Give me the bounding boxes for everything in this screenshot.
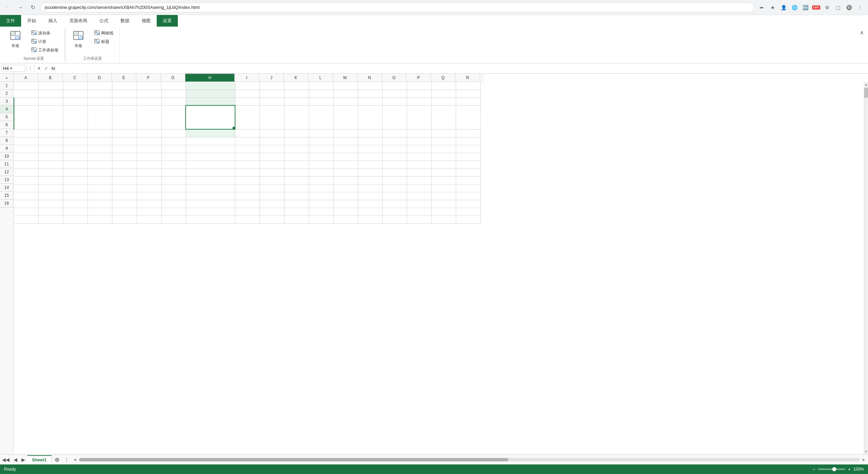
- col-header-E[interactable]: E: [112, 74, 136, 82]
- col-header-A[interactable]: A: [14, 74, 38, 82]
- tab-settings[interactable]: 设置: [157, 15, 178, 27]
- sheet-tab-btn[interactable]: 工作表标签: [29, 46, 61, 54]
- row-header-8[interactable]: 8: [0, 137, 14, 145]
- cell-I2[interactable]: [235, 90, 260, 98]
- cell-P4[interactable]: [407, 105, 431, 129]
- col-header-C[interactable]: C: [63, 74, 87, 82]
- refresh-button[interactable]: ↻: [28, 3, 37, 12]
- formula-input[interactable]: [57, 66, 867, 71]
- cell-O4[interactable]: [382, 105, 407, 129]
- cell-A6[interactable]: [14, 137, 38, 145]
- row-header-6[interactable]: 6: [0, 121, 14, 129]
- cell-F4[interactable]: [137, 105, 161, 129]
- cell-H4[interactable]: [186, 105, 235, 129]
- row-header-2[interactable]: 2: [0, 90, 14, 98]
- cell-J1[interactable]: [260, 82, 284, 90]
- cell-P3[interactable]: [407, 98, 431, 105]
- cell-A5[interactable]: [14, 129, 38, 137]
- cell-D3[interactable]: [88, 98, 112, 105]
- cell-K4[interactable]: [284, 105, 309, 129]
- tab-data[interactable]: 数据: [114, 15, 136, 27]
- cell-C2[interactable]: [63, 90, 88, 98]
- scrollbar-down-btn[interactable]: ▼: [864, 449, 868, 454]
- row-header-13[interactable]: 13: [0, 176, 14, 184]
- cell-C1[interactable]: [63, 82, 88, 90]
- sheet-nav-next[interactable]: ▶: [19, 457, 27, 462]
- cell-R4[interactable]: [456, 105, 480, 129]
- row-header-10[interactable]: 10: [0, 152, 14, 160]
- ext2-icon[interactable]: 🔤: [801, 3, 810, 12]
- col-header-N[interactable]: N: [357, 74, 382, 82]
- cell-C3[interactable]: [63, 98, 88, 105]
- col-header-J[interactable]: J: [259, 74, 284, 82]
- row-header-5[interactable]: 5: [0, 113, 14, 121]
- zoom-slider-thumb[interactable]: [832, 467, 836, 471]
- cell-H3[interactable]: [186, 98, 235, 105]
- cell-ref-dropdown[interactable]: ▼: [9, 66, 14, 70]
- cell-M3[interactable]: [333, 98, 358, 105]
- cell-B3[interactable]: [38, 98, 63, 105]
- col-header-P[interactable]: P: [406, 74, 431, 82]
- row-header-12[interactable]: 12: [0, 168, 14, 176]
- cell-ref-box[interactable]: H4 ▼: [1, 65, 25, 72]
- row-header-7[interactable]: 7: [0, 129, 14, 137]
- scrollbar-thumb[interactable]: [864, 88, 868, 98]
- address-bar[interactable]: [40, 3, 754, 12]
- col-header-K[interactable]: K: [284, 74, 308, 82]
- cell-O1[interactable]: [382, 82, 407, 90]
- cell-M2[interactable]: [333, 90, 358, 98]
- cell-O2[interactable]: [382, 90, 407, 98]
- row-header-4[interactable]: 4: [0, 105, 14, 113]
- cell-E2[interactable]: [112, 90, 137, 98]
- cell-F1[interactable]: [137, 82, 161, 90]
- cell-I3[interactable]: [235, 98, 260, 105]
- ribbon-collapse-btn[interactable]: ∧: [858, 28, 865, 62]
- ext1-icon[interactable]: 👤: [779, 3, 788, 12]
- row-header-3[interactable]: 3: [0, 98, 14, 105]
- confirm-formula-btn[interactable]: ✓: [43, 65, 49, 72]
- cell-B1[interactable]: [38, 82, 63, 90]
- cell-D1[interactable]: [88, 82, 112, 90]
- cell-Q1[interactable]: [431, 82, 456, 90]
- sheet-tab-sheet1[interactable]: Sheet1: [27, 455, 52, 464]
- row-header-15[interactable]: 15: [0, 192, 14, 199]
- cell-J4[interactable]: [260, 105, 284, 129]
- zoom-slider[interactable]: [818, 469, 845, 470]
- cell-N4[interactable]: [358, 105, 382, 129]
- col-header-R[interactable]: R: [455, 74, 480, 82]
- bookmark-icon[interactable]: ★: [768, 3, 777, 12]
- row-header-16[interactable]: 16: [0, 199, 14, 207]
- zoom-minus-btn[interactable]: −: [812, 466, 815, 472]
- translate-icon[interactable]: 🌐: [790, 3, 799, 12]
- tab-insert[interactable]: 插入: [42, 15, 63, 27]
- cell-L3[interactable]: [309, 98, 333, 105]
- tab-start[interactable]: 开始: [21, 15, 42, 27]
- corner-cell[interactable]: ▲: [0, 74, 14, 82]
- cell-P1[interactable]: [407, 82, 431, 90]
- cell-I1[interactable]: [235, 82, 260, 90]
- cell-R2[interactable]: [456, 90, 480, 98]
- spread-normal-btn[interactable]: 常规: [7, 29, 24, 50]
- cell-J3[interactable]: [260, 98, 284, 105]
- cell-G3[interactable]: [161, 98, 186, 105]
- cell-I4[interactable]: [235, 105, 260, 129]
- cell-D4[interactable]: [88, 105, 112, 129]
- sheet-options-btn[interactable]: ⋮: [62, 457, 71, 462]
- cell-K2[interactable]: [284, 90, 309, 98]
- profile-icon[interactable]: 🔘: [844, 3, 854, 12]
- cell-H1[interactable]: [186, 82, 235, 90]
- vertical-scrollbar[interactable]: ▲ ▼: [864, 82, 868, 454]
- col-header-G[interactable]: G: [161, 74, 185, 82]
- cell-J2[interactable]: [260, 90, 284, 98]
- cell-K1[interactable]: [284, 82, 309, 90]
- col-header-O[interactable]: O: [382, 74, 406, 82]
- cell-G1[interactable]: [161, 82, 186, 90]
- cell-M1[interactable]: [333, 82, 358, 90]
- cell-B2[interactable]: [38, 90, 63, 98]
- cell-L2[interactable]: [309, 90, 333, 98]
- sidebar-icon[interactable]: ▢: [833, 3, 843, 12]
- menu-icon[interactable]: ⋮: [855, 3, 865, 12]
- calc-btn[interactable]: 计算: [29, 38, 61, 46]
- cell-N3[interactable]: [358, 98, 382, 105]
- h-scroll-right[interactable]: ►: [861, 457, 867, 462]
